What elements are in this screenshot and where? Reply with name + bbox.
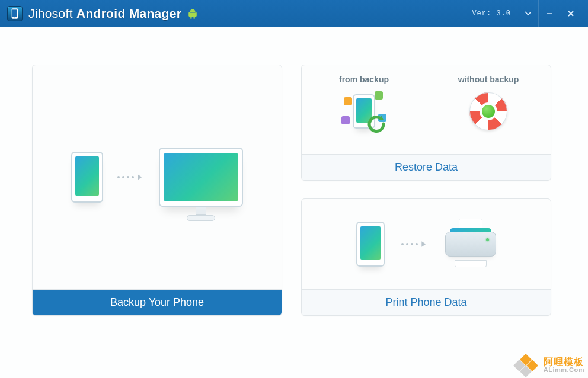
svg-point-2 <box>14 17 15 18</box>
print-card[interactable]: Print Phone Data <box>301 198 551 316</box>
restore-without-backup-icon <box>467 90 510 133</box>
backup-card-body <box>33 65 282 289</box>
restore-without-backup-label: without backup <box>458 75 519 84</box>
close-button[interactable] <box>560 0 581 27</box>
backup-card-footer: Backup Your Phone <box>33 289 282 315</box>
restore-card-footer: Restore Data <box>302 154 551 180</box>
app-title-light: Jihosoft <box>28 7 76 20</box>
app-title-bold: Android Manager <box>76 7 181 20</box>
restore-label: Restore Data <box>395 161 458 174</box>
restore-card-body: from backup without backup <box>302 65 551 154</box>
watermark-icon <box>513 354 539 376</box>
android-icon <box>187 8 198 20</box>
watermark: 阿哩模板 ALimm.Com <box>513 354 584 376</box>
restore-card[interactable]: from backup without backup <box>301 65 551 181</box>
app-icon <box>7 6 23 21</box>
watermark-text-en: ALimm.Com <box>544 367 584 373</box>
restore-from-backup-icon <box>343 90 385 133</box>
print-card-body <box>302 199 551 289</box>
monitor-icon <box>159 148 243 207</box>
svg-rect-1 <box>12 9 17 17</box>
app-title: Jihosoft Android Manager <box>28 7 181 21</box>
arrow-icon <box>117 173 145 181</box>
arrow-icon <box>401 240 429 248</box>
print-label: Print Phone Data <box>385 296 466 309</box>
minimize-button[interactable] <box>538 0 560 27</box>
restore-from-backup-label: from backup <box>339 75 389 84</box>
svg-rect-3 <box>547 13 552 14</box>
restore-without-backup-option[interactable]: without backup <box>426 65 551 154</box>
content-area: Backup Your Phone from backup <box>0 27 588 378</box>
menu-button[interactable] <box>517 0 538 27</box>
version-text: Ver: 3.0 <box>472 9 511 18</box>
watermark-text-cn: 阿哩模板 <box>544 357 584 367</box>
print-card-footer: Print Phone Data <box>302 289 551 315</box>
titlebar: Jihosoft Android Manager Ver: 3.0 <box>0 0 588 27</box>
restore-from-backup-option[interactable]: from backup <box>302 65 426 154</box>
phone-icon <box>71 152 103 203</box>
backup-card[interactable]: Backup Your Phone <box>32 65 282 316</box>
phone-icon <box>356 222 385 267</box>
printer-icon <box>445 223 496 265</box>
backup-label: Backup Your Phone <box>110 296 204 309</box>
